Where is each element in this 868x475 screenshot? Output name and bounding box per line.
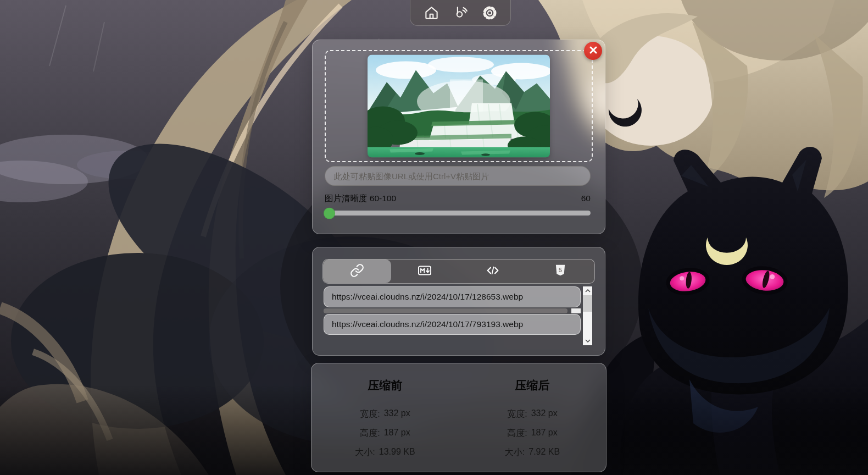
height-value: 187 px <box>531 428 558 439</box>
image-dropzone[interactable] <box>325 50 593 162</box>
app-stage: 图片清晰度 60-100 60 <box>0 0 868 475</box>
scroll-up-arrow[interactable] <box>583 286 592 295</box>
quality-slider[interactable] <box>325 211 591 216</box>
before-width-row: 宽度: 332 px <box>360 408 410 420</box>
tab-markdown-format[interactable] <box>391 259 459 283</box>
size-label: 大小: <box>355 447 375 459</box>
size-label: 大小: <box>505 447 525 459</box>
scroll-down-arrow[interactable] <box>583 336 592 345</box>
width-value: 332 px <box>384 408 410 420</box>
stats-before-title: 压缩前 <box>368 378 403 393</box>
result-url-1[interactable] <box>324 286 581 307</box>
quality-label: 图片清晰度 60-100 <box>325 193 396 205</box>
code-icon <box>485 263 500 280</box>
html5-icon: 5 <box>553 263 567 280</box>
height-label: 高度: <box>507 428 527 439</box>
waterfall-preview-image <box>368 55 550 158</box>
quality-slider-thumb[interactable] <box>324 207 335 219</box>
tab-code-format[interactable] <box>459 259 527 283</box>
quality-row: 图片清晰度 60-100 60 <box>325 192 591 205</box>
home-button[interactable] <box>423 4 439 21</box>
output-panel: 5 <box>312 247 605 356</box>
after-height-row: 高度: 187 px <box>507 428 558 439</box>
before-size-row: 大小: 13.99 KB <box>355 447 415 459</box>
tab-link-format[interactable] <box>323 259 391 283</box>
horizontal-scrollbar-thumb[interactable] <box>324 308 567 313</box>
height-label: 高度: <box>360 428 380 439</box>
home-icon <box>424 5 439 20</box>
blog-button[interactable] <box>452 4 469 21</box>
tab-html-format[interactable]: 5 <box>527 259 595 283</box>
image-preview <box>368 55 550 158</box>
settings-icon <box>482 5 497 20</box>
markdown-icon <box>417 263 432 280</box>
result-url-2[interactable] <box>324 314 581 335</box>
stats-after-title: 压缩后 <box>515 378 550 393</box>
settings-button[interactable] <box>481 4 498 21</box>
width-label: 宽度: <box>360 408 380 420</box>
vertical-scrollbar-thumb[interactable] <box>583 295 592 312</box>
close-x-icon <box>589 46 598 57</box>
upload-panel: 图片清晰度 60-100 60 <box>312 40 605 234</box>
stats-after-column: 压缩后 宽度: 332 px 高度: 187 px 大小: 7.92 KB <box>459 363 606 472</box>
top-navbar <box>410 0 511 26</box>
quality-value: 60 <box>581 194 591 203</box>
close-button[interactable] <box>584 42 602 60</box>
stats-before-column: 压缩前 宽度: 332 px 高度: 187 px 大小: 13.99 KB <box>311 363 459 472</box>
after-size-row: 大小: 7.92 KB <box>505 447 560 459</box>
svg-text:5: 5 <box>559 267 562 273</box>
horizontal-scrollbar-track <box>571 308 581 313</box>
blog-icon <box>453 5 468 20</box>
horizontal-scrollbar[interactable] <box>324 308 581 313</box>
link-icon <box>350 263 364 280</box>
after-width-row: 宽度: 332 px <box>507 408 558 420</box>
compression-stats-panel: 压缩前 宽度: 332 px 高度: 187 px 大小: 13.99 KB 压… <box>311 363 607 472</box>
format-tabbar: 5 <box>322 259 595 284</box>
size-value: 7.92 KB <box>528 447 560 459</box>
paste-url-input[interactable] <box>325 166 591 186</box>
size-value: 13.99 KB <box>379 447 415 459</box>
width-value: 332 px <box>531 408 558 420</box>
vertical-scrollbar[interactable] <box>583 286 592 345</box>
width-label: 宽度: <box>507 408 527 420</box>
height-value: 187 px <box>384 428 410 439</box>
before-height-row: 高度: 187 px <box>360 428 410 439</box>
